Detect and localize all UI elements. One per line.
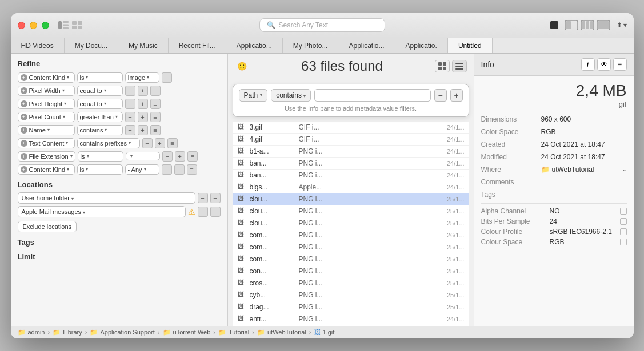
filter-list-7[interactable]: ≡ (187, 164, 197, 175)
filter-minus-4[interactable]: − (125, 125, 135, 135)
colour-space-checkbox[interactable] (620, 239, 627, 245)
filter-op-4[interactable]: contains ▾ (77, 125, 123, 135)
filter-minus-6[interactable]: − (162, 151, 173, 162)
where-chevron[interactable]: ⌄ (622, 166, 627, 173)
list-view-button[interactable] (452, 60, 467, 72)
info-btn-list[interactable]: ≡ (613, 58, 627, 71)
filter-list-1[interactable]: ≡ (150, 86, 161, 96)
path-field-select[interactable]: Path ▾ (239, 89, 268, 102)
list-item[interactable]: 🖼 3.gif GIF i... 24/1... (233, 122, 469, 134)
filter-field-2[interactable]: + Pixel Height ▾ (18, 99, 75, 109)
tab-applications3[interactable]: Applicatio. (395, 38, 448, 53)
tab-my-photos[interactable]: My Photo... (283, 38, 339, 53)
location-plus-1[interactable]: + (210, 207, 221, 217)
grid-view-button[interactable] (435, 60, 450, 72)
path-minus-button[interactable]: − (434, 89, 447, 102)
filter-list-2[interactable]: ≡ (150, 99, 161, 109)
alpha-checkbox[interactable] (620, 208, 627, 215)
list-item[interactable]: 🖼 cros... PNG i... 25/1... (233, 277, 469, 289)
close-button[interactable] (18, 22, 25, 29)
filter-list-4[interactable]: ≡ (150, 125, 161, 135)
filter-list-6[interactable]: ≡ (187, 151, 198, 162)
filter-field-3[interactable]: + Pixel Count ▾ (18, 112, 75, 122)
tab-applications1[interactable]: Applicatio... (226, 38, 283, 53)
list-item[interactable]: 🖼 entr... PNG i... 24/1... (233, 313, 469, 325)
tab-recent-files[interactable]: Recent Fil... (169, 38, 226, 53)
list-item[interactable]: 🖼 com... PNG i... 26/1... (233, 229, 469, 241)
filter-op-1[interactable]: equal to ▾ (77, 86, 123, 96)
filter-field-4[interactable]: + Name ▾ (18, 125, 75, 135)
file-type: PNG i... (299, 231, 443, 239)
filter-op-7[interactable]: is ▾ (77, 164, 123, 175)
stop-button[interactable] (550, 21, 558, 29)
filter-field-1[interactable]: + Pixel Width ▾ (18, 86, 75, 96)
maximize-button[interactable] (42, 22, 49, 29)
list-item[interactable]: 🖼 4.gif GIF i... 24/1... (233, 134, 469, 146)
window-icon[interactable] (72, 21, 82, 29)
filter-plus-2[interactable]: + (138, 99, 148, 109)
filter-minus-2[interactable]: − (125, 99, 135, 109)
minimize-button[interactable] (30, 22, 37, 29)
tab-hd-videos[interactable]: HD Videos (11, 38, 65, 53)
tab-my-music[interactable]: My Music (118, 38, 169, 53)
filter-op-5[interactable]: contains prefixes ▾ (77, 138, 140, 148)
list-item[interactable]: 🖼 clou... PNG i... 25/1... (233, 193, 469, 205)
list-item[interactable]: 🖼 con... PNG i... 25/1... (233, 265, 469, 277)
tab-applications2[interactable]: Applicatio... (338, 38, 395, 53)
filter-op-6[interactable]: is ▾ (78, 151, 123, 162)
path-op-select[interactable]: contains ▾ (271, 89, 311, 102)
filter-field-7[interactable]: + Content Kind ▾ (18, 164, 75, 175)
share-button[interactable]: ⬆▾ (617, 21, 627, 29)
list-item[interactable]: 🖼 bigs... Apple... 24/1... (233, 181, 469, 193)
info-btn-i[interactable]: i (581, 58, 595, 71)
path-value-input[interactable] (314, 89, 430, 102)
list-item[interactable]: 🖼 com... PNG i... 25/1... (233, 253, 469, 265)
filter-plus-4[interactable]: + (138, 125, 148, 135)
list-item[interactable]: 🖼 drag... PNG i... 25/1... (233, 301, 469, 313)
list-item[interactable]: 🖼 b1-a... PNG i... 24/1... (233, 146, 469, 158)
list-item[interactable]: 🖼 clou... PNG i... 25/1... (233, 205, 469, 217)
filter-list-5[interactable]: ≡ (167, 138, 178, 148)
list-item[interactable]: 🖼 cyb... PNG i... 25/1... (233, 289, 469, 301)
filter-val-7[interactable]: - Any ▾ (125, 164, 159, 175)
filter-minus-7[interactable]: − (162, 164, 172, 175)
sidebar-toggle[interactable] (58, 21, 69, 29)
filter-minus-1[interactable]: − (125, 86, 135, 96)
filter-op-3[interactable]: greater than ▾ (77, 112, 123, 122)
list-item[interactable]: 🖼 com... PNG i... 25/1... (233, 241, 469, 253)
exclude-locations-button[interactable]: Exclude locations (18, 221, 77, 232)
filter-plus-3[interactable]: + (138, 112, 148, 122)
list-item[interactable]: 🖼 clou... PNG i... 25/1... (233, 217, 469, 229)
list-item[interactable]: 🖼 ban... PNG i... 24/1... (233, 158, 469, 170)
filter-val-0[interactable]: Image ▾ (125, 72, 159, 83)
filter-field-5[interactable]: + Text Content ▾ (18, 138, 75, 148)
filter-minus-0[interactable]: − (162, 72, 172, 83)
filter-op-2[interactable]: equal to ▾ (77, 99, 123, 109)
path-plus-button[interactable]: + (450, 89, 463, 102)
colour-profile-checkbox[interactable] (620, 228, 627, 235)
filter-field-0[interactable]: + Content Kind ▾ (18, 72, 75, 83)
filter-op-0[interactable]: is ▾ (77, 72, 123, 83)
search-bar[interactable]: 🔍 Search Any Text (259, 18, 385, 32)
list-item[interactable]: 🖼 ban... PNG i... 24/1... (233, 170, 469, 181)
filter-plus-7[interactable]: + (174, 164, 185, 175)
filter-list-3[interactable]: ≡ (150, 112, 161, 122)
filter-minus-5[interactable]: − (142, 138, 153, 148)
info-btn-preview[interactable]: 👁 (597, 58, 611, 71)
location-minus-1[interactable]: − (198, 207, 208, 217)
filter-plus-6[interactable]: + (175, 151, 185, 162)
location-minus-0[interactable]: − (198, 193, 208, 203)
filter-plus-1[interactable]: + (138, 86, 148, 96)
view-options[interactable] (565, 20, 610, 30)
filter-minus-3[interactable]: − (125, 112, 135, 122)
filter-plus-5[interactable]: + (155, 138, 165, 148)
location-select-0[interactable]: User home folder ▾ (18, 192, 195, 204)
tab-my-docu[interactable]: My Docu... (65, 38, 118, 53)
location-plus-0[interactable]: + (210, 193, 221, 203)
emoji-button[interactable]: 🙂 (235, 60, 250, 72)
bits-checkbox[interactable] (620, 218, 627, 225)
filter-field-6[interactable]: + File Extension ▾ (18, 151, 75, 162)
location-select-1[interactable]: Apple Mail messages ▾ (18, 206, 186, 217)
filter-val-6[interactable]: ▾ (126, 152, 160, 160)
tab-untitled[interactable]: Untitled (448, 38, 493, 53)
